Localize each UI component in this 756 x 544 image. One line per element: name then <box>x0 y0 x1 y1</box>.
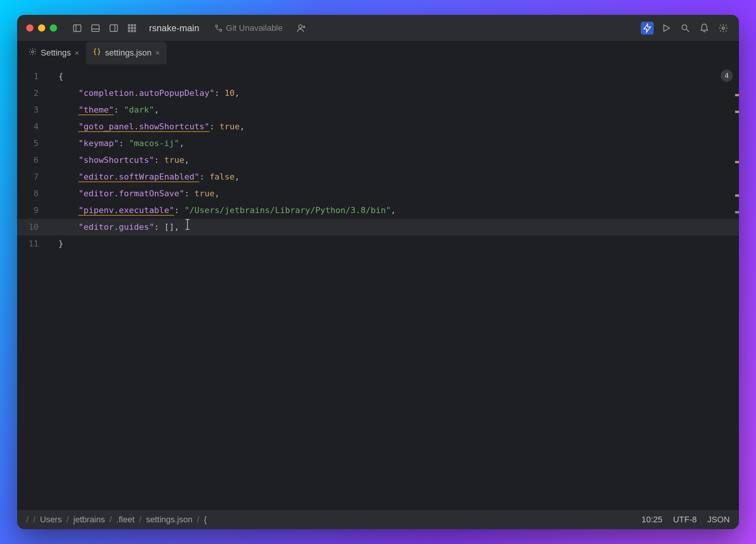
close-window-button[interactable] <box>26 24 33 32</box>
settings-gear-icon[interactable] <box>717 22 730 35</box>
breadcrumb-segment[interactable]: { <box>204 515 206 525</box>
breadcrumb-segment[interactable]: .fleet <box>116 515 135 525</box>
code-line[interactable]: "completion.autoPopupDelay": 10, <box>59 85 739 102</box>
left-panel-toggle-icon[interactable] <box>71 22 84 35</box>
bottom-panel-toggle-icon[interactable] <box>89 22 102 35</box>
breadcrumb-separator: / <box>139 515 141 525</box>
breadcrumb-separator: / <box>26 515 29 525</box>
svg-point-13 <box>131 30 133 32</box>
project-name[interactable]: rsnake-main <box>149 23 199 33</box>
git-status[interactable]: Git Unavailable <box>214 23 283 33</box>
svg-point-16 <box>220 29 222 31</box>
braces-icon <box>93 48 101 58</box>
svg-marker-20 <box>664 25 670 31</box>
right-panel-toggle-icon[interactable] <box>107 22 120 35</box>
tab-bar: Settings × settings.json × <box>17 41 739 64</box>
code-editor[interactable]: 1234567891011 { "completion.autoPopupDel… <box>17 64 739 510</box>
svg-point-21 <box>682 25 687 30</box>
breadcrumb-segment[interactable]: settings.json <box>146 515 192 525</box>
svg-point-10 <box>131 27 133 29</box>
code-line[interactable]: "editor.formatOnSave": true, <box>59 185 739 202</box>
tab-label: Settings <box>41 48 71 58</box>
cursor-position[interactable]: 10:25 <box>642 515 662 525</box>
apps-grid-icon[interactable] <box>125 22 138 35</box>
tab-settings-json[interactable]: settings.json × <box>86 41 167 64</box>
code-line[interactable]: "editor.softWrapEnabled": false, <box>59 169 739 185</box>
close-tab-icon[interactable]: × <box>155 49 160 57</box>
smart-mode-icon[interactable] <box>641 22 654 35</box>
add-collaborator-icon[interactable] <box>295 22 308 35</box>
breadcrumb-segment[interactable]: jetbrains <box>73 515 105 525</box>
code-line[interactable]: "showShortcuts": true, <box>59 152 739 169</box>
code-line[interactable]: "theme": "dark", <box>59 102 739 118</box>
status-bar: //Users/jetbrains/.fleet/settings.json/{… <box>17 510 739 529</box>
line-gutter: 1234567891011 <box>17 64 47 510</box>
gear-icon <box>29 48 37 58</box>
svg-point-7 <box>131 24 133 26</box>
code-line[interactable]: "pipenv.executable": "/Users/jetbrains/L… <box>59 202 739 219</box>
svg-point-14 <box>134 30 135 32</box>
window-controls <box>26 24 57 32</box>
app-window: rsnake-main Git Unavailable <box>17 15 739 529</box>
close-tab-icon[interactable]: × <box>75 49 79 57</box>
breadcrumb[interactable]: //Users/jetbrains/.fleet/settings.json/{ <box>26 515 207 525</box>
notifications-icon[interactable] <box>698 22 711 35</box>
svg-point-11 <box>134 27 135 29</box>
code-line[interactable]: } <box>59 235 739 252</box>
zoom-window-button[interactable] <box>50 24 57 32</box>
git-status-label: Git Unavailable <box>226 23 283 33</box>
run-icon[interactable] <box>660 22 673 35</box>
titlebar: rsnake-main Git Unavailable <box>17 15 739 41</box>
tab-settings[interactable]: Settings × <box>22 41 86 64</box>
tab-label: settings.json <box>105 48 151 58</box>
code-area[interactable]: { "completion.autoPopupDelay": 10, "them… <box>47 64 739 510</box>
svg-point-12 <box>128 30 130 32</box>
file-language[interactable]: JSON <box>707 515 730 525</box>
svg-point-24 <box>32 51 34 53</box>
svg-rect-4 <box>110 25 118 31</box>
minimize-window-button[interactable] <box>38 24 45 32</box>
svg-rect-2 <box>92 25 99 31</box>
svg-point-9 <box>128 27 130 29</box>
svg-point-8 <box>134 24 135 26</box>
breadcrumb-separator: / <box>197 515 199 525</box>
text-cursor-icon <box>184 219 191 230</box>
search-icon[interactable] <box>679 22 692 35</box>
breadcrumb-segment[interactable]: Users <box>40 515 62 525</box>
code-line[interactable]: { <box>59 68 739 85</box>
svg-line-22 <box>686 29 689 32</box>
file-encoding[interactable]: UTF-8 <box>673 515 697 525</box>
breadcrumb-separator: / <box>67 515 69 525</box>
breadcrumb-separator: / <box>33 515 35 525</box>
svg-rect-0 <box>73 25 81 31</box>
svg-point-23 <box>722 27 725 29</box>
breadcrumb-separator: / <box>110 515 112 525</box>
svg-point-15 <box>216 25 218 27</box>
code-line[interactable]: "keymap": "macos-ij", <box>59 135 739 152</box>
svg-point-6 <box>128 24 130 26</box>
code-line[interactable]: "goto_panel.showShortcuts": true, <box>59 118 739 135</box>
svg-point-17 <box>299 25 302 28</box>
code-line[interactable]: "editor.guides": [], <box>59 219 739 235</box>
